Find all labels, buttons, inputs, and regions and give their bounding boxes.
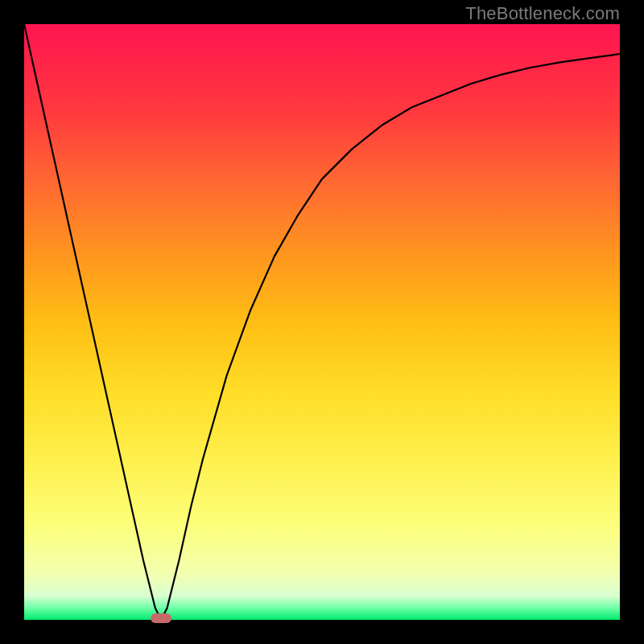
plot-area	[24, 24, 620, 620]
minimum-marker	[151, 613, 171, 623]
bottleneck-curve	[24, 24, 620, 620]
watermark-text: TheBottleneck.com	[465, 3, 620, 24]
chart-frame: TheBottleneck.com	[0, 0, 644, 644]
